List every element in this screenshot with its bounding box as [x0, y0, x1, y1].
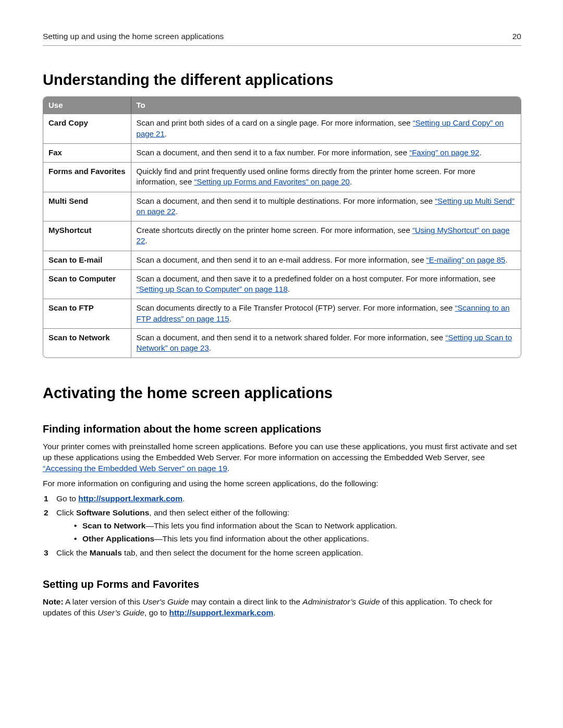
use-cell: Scan to Computer: [43, 269, 131, 299]
desc-text: .: [165, 129, 167, 138]
desc-text: Create shortcuts directly on the printer…: [137, 226, 412, 235]
body-text: .: [273, 608, 275, 617]
sub-bullets: Scan to Network—This lets you find infor…: [74, 521, 521, 545]
desc-text: .: [176, 207, 178, 216]
heading-setup-forms: Setting up Forms and Favorites: [43, 577, 521, 591]
steps-list: 1 Go to http://support.lexmark.com. 2 Cl…: [43, 493, 521, 559]
desc-text: .: [505, 255, 507, 264]
table-row: Forms and Favorites Quickly find and pri…: [43, 162, 521, 192]
applications-table: Use To Card Copy Scan and print both sid…: [43, 96, 521, 358]
desc-cell: Scan documents directly to a File Transf…: [131, 299, 521, 328]
header-title: Setting up and using the home screen app…: [43, 31, 224, 42]
step-text: Click the: [56, 548, 90, 557]
use-cell: Scan to Network: [43, 328, 131, 358]
note-label: Note:: [43, 597, 64, 606]
table-row: Scan to Network Scan a document, and the…: [43, 328, 521, 358]
desc-text: .: [479, 148, 481, 157]
step-bold: Manuals: [90, 548, 122, 557]
step-number: 1: [44, 493, 48, 504]
table-row: Card Copy Scan and print both sides of a…: [43, 114, 521, 143]
desc-cell: Scan a document, and then save it to a p…: [131, 269, 521, 299]
bullet-other-applications: Other Applications—This lets you find in…: [74, 534, 521, 545]
desc-cell: Scan a document, and then send it to mul…: [131, 192, 521, 221]
ref-link[interactable]: “Setting up Scan to Computer” on page 11…: [137, 285, 288, 293]
step-text: .: [182, 494, 185, 503]
desc-text: .: [288, 285, 290, 293]
col-use: Use: [43, 97, 131, 114]
external-link[interactable]: http://support.lexmark.com: [78, 494, 182, 503]
desc-text: Scan and print both sides of a card on a…: [137, 118, 413, 127]
body-text: , go to: [144, 608, 169, 617]
desc-cell: Create shortcuts directly on the printer…: [131, 221, 521, 251]
use-cell: Scan to E-mail: [43, 251, 131, 269]
step-bold: Software Solutions: [76, 508, 149, 517]
use-cell: MyShortcut: [43, 221, 131, 251]
bullet-text: —This lets you find information about th…: [145, 521, 397, 530]
body-text: .: [227, 464, 229, 473]
table-row: Scan to FTP Scan documents directly to a…: [43, 299, 521, 328]
table-row: Scan to Computer Scan a document, and th…: [43, 269, 521, 299]
step-text: Go to: [56, 494, 78, 503]
finding-paragraph-1: Your printer comes with preinstalled hom…: [43, 441, 521, 474]
heading-finding-info: Finding information about the home scree…: [43, 422, 521, 436]
desc-text: Scan documents directly to a File Transf…: [137, 303, 455, 312]
bullet-bold: Other Applications: [82, 534, 154, 543]
desc-text: Scan a document, and then save it to a p…: [137, 274, 496, 283]
external-link[interactable]: http://support.lexmark.com: [169, 608, 273, 617]
finding-paragraph-2: For more information on configuring and …: [43, 478, 521, 489]
desc-text: Scan a document, and then send it to a n…: [137, 333, 446, 342]
step-text: Click: [56, 508, 76, 517]
body-text: Your printer comes with preinstalled hom…: [43, 442, 517, 462]
ref-link[interactable]: “Setting up Forms and Favorites” on page…: [194, 177, 350, 186]
italic-text: User’s Guide: [97, 608, 144, 617]
step-2: 2 Click Software Solutions, and then sel…: [53, 508, 521, 545]
desc-text: .: [350, 177, 352, 186]
bullet-text: —This lets you find information about th…: [154, 534, 369, 543]
body-text: A later version of this: [64, 597, 143, 606]
use-cell: Card Copy: [43, 114, 131, 143]
desc-cell: Quickly find and print frequently used o…: [131, 162, 521, 192]
step-1: 1 Go to http://support.lexmark.com.: [53, 493, 521, 504]
desc-text: Scan a document, and then send it to mul…: [137, 196, 435, 205]
table-row: Multi Send Scan a document, and then sen…: [43, 192, 521, 221]
desc-cell: Scan a document, and then send it to a f…: [131, 143, 521, 162]
table-row: Scan to E-mail Scan a document, and then…: [43, 251, 521, 269]
italic-text: User's Guide: [142, 597, 189, 606]
ref-link[interactable]: “Faxing” on page 92: [409, 148, 479, 157]
step-3: 3 Click the Manuals tab, and then select…: [53, 548, 521, 559]
step-text: , and then select either of the followin…: [149, 508, 289, 517]
heading-understanding-apps: Understanding the different applications: [43, 70, 521, 90]
ref-link[interactable]: “E-mailing” on page 85: [426, 255, 506, 264]
ref-link[interactable]: “Accessing the Embedded Web Server” on p…: [43, 464, 227, 473]
setup-note: Note: A later version of this User's Gui…: [43, 597, 521, 619]
running-header: Setting up and using the home screen app…: [43, 31, 521, 46]
desc-text: .: [145, 236, 147, 245]
desc-cell: Scan a document, and then send it to a n…: [131, 328, 521, 358]
desc-cell: Scan and print both sides of a card on a…: [131, 114, 521, 143]
step-number: 2: [44, 508, 48, 519]
header-page-number: 20: [512, 31, 521, 42]
col-to: To: [131, 97, 521, 114]
bullet-bold: Scan to Network: [82, 521, 145, 530]
desc-cell: Scan a document, and then send it to an …: [131, 251, 521, 269]
desc-text: .: [209, 343, 211, 352]
body-text: may contain a direct link to the: [189, 597, 302, 606]
desc-text: .: [229, 314, 231, 323]
table-row: Fax Scan a document, and then send it to…: [43, 143, 521, 162]
table-row: MyShortcut Create shortcuts directly on …: [43, 221, 521, 251]
heading-activating-apps: Activating the home screen applications: [43, 383, 521, 403]
step-text: tab, and then select the document for th…: [122, 548, 363, 557]
desc-text: Scan a document, and then send it to an …: [137, 255, 426, 264]
use-cell: Scan to FTP: [43, 299, 131, 328]
desc-text: Scan a document, and then send it to a f…: [137, 148, 410, 157]
use-cell: Forms and Favorites: [43, 162, 131, 192]
italic-text: Administrator’s Guide: [302, 597, 380, 606]
step-number: 3: [44, 548, 48, 559]
bullet-scan-to-network: Scan to Network—This lets you find infor…: [74, 521, 521, 532]
use-cell: Fax: [43, 143, 131, 162]
document-page: Setting up and using the home screen app…: [0, 0, 563, 728]
use-cell: Multi Send: [43, 192, 131, 221]
